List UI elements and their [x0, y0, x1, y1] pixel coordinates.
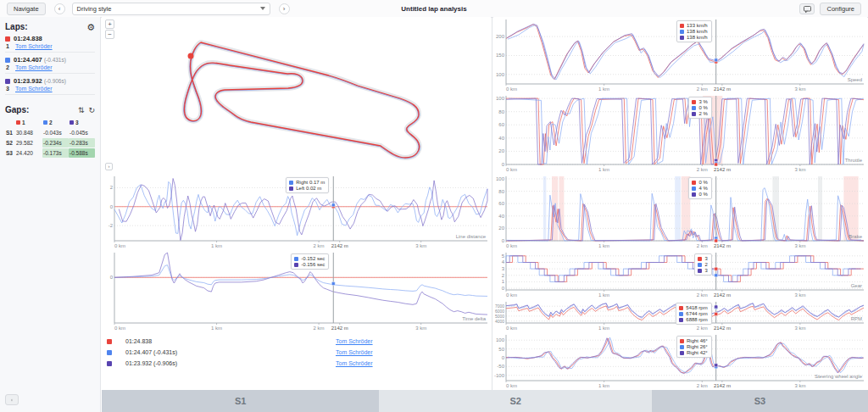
svg-text:150: 150: [496, 53, 505, 58]
sort-icon[interactable]: ⇅: [78, 106, 85, 114]
legend-value: 133 km/h: [687, 23, 708, 28]
rpm-chart[interactable]: 40005000600070000 km1 km2 km2142 m3 kmRP…: [493, 299, 867, 332]
legend-entry: Right 46°: [680, 338, 708, 343]
svg-text:20: 20: [498, 148, 504, 153]
svg-text:6000: 6000: [495, 309, 504, 314]
svg-text:4000: 4000: [495, 319, 504, 324]
steering-chart[interactable]: -100-500501000 km1 km2 km2142 m3 kmSteer…: [493, 332, 867, 390]
lap-delta: (-0.906s): [44, 78, 66, 84]
svg-text:2 km: 2 km: [697, 86, 708, 92]
throttle-chart[interactable]: 0204060801000 km1 km2 km2142 m3 kmThrott…: [493, 93, 867, 174]
top-bar: Navigate ‹ Driving style › Untitled lap …: [0, 0, 868, 18]
gaps-panel-title: Gaps:: [5, 105, 29, 114]
legend-entry: 6888 rpm: [679, 317, 707, 322]
svg-text:2 km: 2 km: [697, 326, 708, 331]
forward-button[interactable]: ›: [279, 3, 290, 14]
lap-color-swatch: [107, 361, 112, 366]
legend-value: Right 0.17 m: [296, 180, 325, 185]
throttle-legend: 3 %0 %2 %: [688, 97, 711, 119]
speed-chart[interactable]: 1001502000 km1 km2 km2142 m3 kmSpeed133 …: [493, 17, 867, 93]
legend-value: -0.156 sec: [301, 262, 325, 267]
svg-text:3 km: 3 km: [794, 86, 805, 92]
driver-link[interactable]: Tom Schröder: [336, 360, 373, 366]
brake-chart[interactable]: 0204060801000 km1 km2 km2142 m3 kmBrake0…: [493, 174, 867, 250]
time-delta-chart[interactable]: 00 km1 km2 km2142 m3 kmTime delta-0.152 …: [102, 250, 491, 332]
analysis-type-select[interactable]: Driving style: [72, 3, 270, 15]
lap-legend-time: 01:24.838: [125, 338, 336, 344]
legend-entry: 4 %: [692, 186, 707, 191]
sector-segment[interactable]: S1: [102, 390, 379, 412]
sector-segment[interactable]: S2: [379, 390, 652, 412]
driver-link[interactable]: Tom Schröder: [336, 349, 373, 355]
svg-text:2: 2: [502, 273, 505, 278]
configure-button[interactable]: Configure: [820, 3, 861, 15]
legend-value: Right 46°: [687, 338, 708, 343]
driver-link[interactable]: Tom Schröder: [15, 86, 53, 92]
legend-value: 4 %: [698, 186, 707, 191]
legend-value: 138 km/h: [687, 35, 708, 40]
legend-color-swatch: [289, 187, 293, 191]
gaps-cell: 29.582: [15, 138, 42, 148]
feedback-button[interactable]: [799, 3, 815, 14]
laps-settings-gear-icon[interactable]: ⚙: [86, 23, 95, 31]
svg-text:2142 m: 2142 m: [714, 86, 731, 92]
track-surface: [184, 42, 419, 158]
legend-entry: 3: [698, 256, 707, 261]
svg-text:100: 100: [496, 176, 505, 181]
track-map[interactable]: + − ›: [102, 17, 491, 174]
refresh-icon[interactable]: ↻: [88, 106, 95, 114]
lap-item[interactable]: 01:23.932 (-0.906s)3Tom Schröder: [5, 74, 95, 95]
gaps-row-label: S1: [5, 128, 15, 137]
legend-entry: 3 %: [692, 99, 707, 104]
driver-link[interactable]: Tom Schröder: [15, 64, 53, 70]
legend-value: 3 %: [698, 99, 707, 104]
map-expand-button[interactable]: ›: [105, 163, 113, 170]
chevron-down-icon: [260, 7, 265, 10]
sector-segment[interactable]: S3: [652, 390, 868, 412]
legend-color-swatch: [679, 318, 683, 322]
legend-color-swatch: [679, 312, 683, 316]
svg-text:Throttle: Throttle: [845, 158, 863, 163]
legend-entry: 5418 rpm: [679, 305, 707, 310]
legend-color-swatch: [692, 106, 696, 110]
device-icon: [11, 397, 13, 404]
laps-list: 01:24.838 1Tom Schröder01:24.407 (-0.431…: [5, 31, 95, 95]
legend-color-swatch: [692, 100, 696, 104]
svg-text:0: 0: [502, 238, 505, 243]
svg-text:2 km: 2 km: [697, 243, 708, 248]
steering-legend: Right 46°Right 26°Right 42°: [676, 336, 712, 358]
svg-text:3: 3: [502, 266, 505, 271]
gaps-cell: -0.045s: [69, 128, 95, 137]
lap-item[interactable]: 01:24.407 (-0.431s)2Tom Schröder: [5, 53, 95, 74]
device-panel-button[interactable]: [5, 394, 19, 405]
legend-entry: Right 0.17 m: [289, 180, 325, 185]
svg-text:Speed: Speed: [848, 77, 862, 82]
legend-color-swatch: [680, 24, 684, 28]
timedelta-legend: -0.152 sec-0.156 sec: [291, 253, 329, 270]
svg-text:1 km: 1 km: [598, 86, 609, 92]
lap-time: 01:24.407 (-0.431s): [14, 56, 66, 64]
line-distance-chart[interactable]: -2020 km1 km2 km2142 m3 kmLine distanceR…: [102, 174, 491, 250]
legend-value: 0 %: [698, 105, 707, 110]
lap-color-swatch: [107, 339, 112, 344]
lap-item[interactable]: 01:24.838 1Tom Schröder: [5, 31, 95, 53]
svg-text:2142 m: 2142 m: [714, 292, 731, 298]
legend-color-swatch: [698, 269, 702, 273]
map-zoom-out-button[interactable]: −: [105, 30, 114, 39]
svg-text:3 km: 3 km: [794, 383, 805, 388]
legend-value: 0 %: [698, 192, 707, 197]
gaps-cell: -0.173s: [42, 148, 69, 158]
back-button[interactable]: ‹: [54, 3, 65, 14]
svg-text:1: 1: [502, 279, 505, 284]
gaps-cell: -0.043s: [42, 128, 69, 137]
driver-link[interactable]: Tom Schröder: [336, 338, 373, 344]
speed-legend: 133 km/h138 km/h138 km/h: [676, 20, 712, 42]
column-divider: [492, 17, 492, 390]
navigate-button[interactable]: Navigate: [7, 3, 46, 15]
gaps-row-label: S2: [5, 138, 15, 148]
gear-chart[interactable]: 0123450 km1 km2 km2142 m3 kmGear323: [493, 250, 867, 299]
driver-link[interactable]: Tom Schröder: [15, 43, 53, 49]
legend-value: Left 0.02 m: [296, 186, 321, 191]
map-zoom-in-button[interactable]: +: [105, 19, 114, 29]
legend-entry: 2: [698, 262, 707, 267]
